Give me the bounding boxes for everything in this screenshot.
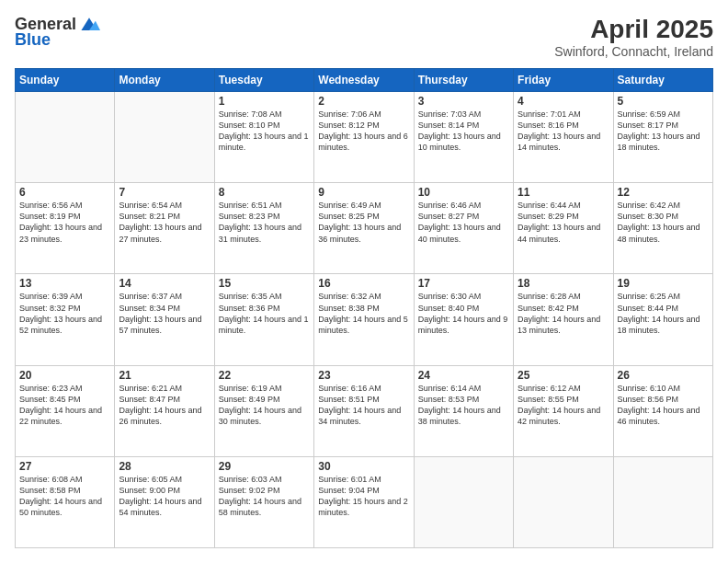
day-info: Sunrise: 6:49 AM Sunset: 8:25 PM Dayligh… — [318, 200, 409, 245]
logo-blue: Blue — [15, 30, 51, 50]
day-info: Sunrise: 6:56 AM Sunset: 8:19 PM Dayligh… — [19, 200, 110, 245]
calendar-week-4: 27Sunrise: 6:08 AM Sunset: 8:58 PM Dayli… — [16, 456, 713, 547]
day-number: 7 — [119, 186, 210, 199]
table-row: 21Sunrise: 6:21 AM Sunset: 8:47 PM Dayli… — [115, 365, 214, 456]
table-row — [514, 456, 613, 547]
table-row: 25Sunrise: 6:12 AM Sunset: 8:55 PM Dayli… — [514, 365, 613, 456]
day-info: Sunrise: 6:28 AM Sunset: 8:42 PM Dayligh… — [518, 291, 609, 336]
day-info: Sunrise: 6:16 AM Sunset: 8:51 PM Dayligh… — [318, 383, 409, 428]
day-number: 28 — [119, 460, 210, 473]
day-number: 26 — [618, 369, 709, 382]
day-number: 8 — [219, 186, 310, 199]
day-number: 15 — [219, 277, 310, 290]
day-number: 10 — [418, 186, 509, 199]
table-row: 15Sunrise: 6:35 AM Sunset: 8:36 PM Dayli… — [214, 274, 313, 365]
col-wednesday: Wednesday — [314, 69, 414, 92]
day-number: 21 — [119, 369, 210, 382]
day-number: 4 — [518, 95, 609, 108]
col-thursday: Thursday — [414, 69, 513, 92]
table-row: 11Sunrise: 6:44 AM Sunset: 8:29 PM Dayli… — [514, 183, 613, 274]
day-info: Sunrise: 6:51 AM Sunset: 8:23 PM Dayligh… — [219, 200, 310, 245]
table-row: 16Sunrise: 6:32 AM Sunset: 8:38 PM Dayli… — [314, 274, 414, 365]
col-sunday: Sunday — [16, 69, 115, 92]
table-row: 29Sunrise: 6:03 AM Sunset: 9:02 PM Dayli… — [214, 456, 313, 547]
table-row: 28Sunrise: 6:05 AM Sunset: 9:00 PM Dayli… — [115, 456, 214, 547]
title-block: April 2025 Swinford, Connacht, Ireland — [554, 15, 713, 59]
table-row: 26Sunrise: 6:10 AM Sunset: 8:56 PM Dayli… — [613, 365, 712, 456]
day-number: 1 — [219, 95, 310, 108]
day-number: 3 — [418, 95, 509, 108]
day-number: 9 — [318, 186, 409, 199]
day-info: Sunrise: 6:32 AM Sunset: 8:38 PM Dayligh… — [318, 291, 409, 336]
table-row: 23Sunrise: 6:16 AM Sunset: 8:51 PM Dayli… — [314, 365, 414, 456]
table-row: 27Sunrise: 6:08 AM Sunset: 8:58 PM Dayli… — [16, 456, 115, 547]
day-number: 30 — [318, 460, 409, 473]
title-location: Swinford, Connacht, Ireland — [554, 44, 713, 59]
table-row: 22Sunrise: 6:19 AM Sunset: 8:49 PM Dayli… — [214, 365, 313, 456]
day-info: Sunrise: 6:46 AM Sunset: 8:27 PM Dayligh… — [418, 200, 509, 245]
day-number: 6 — [19, 186, 110, 199]
header: General Blue April 2025 Swinford, Connac… — [15, 15, 713, 59]
day-info: Sunrise: 6:01 AM Sunset: 9:04 PM Dayligh… — [318, 474, 409, 519]
day-number: 27 — [19, 460, 110, 473]
col-saturday: Saturday — [613, 69, 712, 92]
table-row — [115, 92, 214, 183]
day-info: Sunrise: 6:39 AM Sunset: 8:32 PM Dayligh… — [19, 291, 110, 336]
day-info: Sunrise: 6:03 AM Sunset: 9:02 PM Dayligh… — [219, 474, 310, 519]
day-number: 18 — [518, 277, 609, 290]
day-number: 11 — [518, 186, 609, 199]
table-row: 17Sunrise: 6:30 AM Sunset: 8:40 PM Dayli… — [414, 274, 513, 365]
day-number: 25 — [518, 369, 609, 382]
day-number: 12 — [618, 186, 709, 199]
page: General Blue April 2025 Swinford, Connac… — [0, 0, 728, 563]
day-info: Sunrise: 6:23 AM Sunset: 8:45 PM Dayligh… — [19, 383, 110, 428]
table-row: 5Sunrise: 6:59 AM Sunset: 8:17 PM Daylig… — [613, 92, 712, 183]
day-info: Sunrise: 6:25 AM Sunset: 8:44 PM Dayligh… — [618, 291, 709, 336]
day-number: 17 — [418, 277, 509, 290]
calendar-week-0: 1Sunrise: 7:08 AM Sunset: 8:10 PM Daylig… — [16, 92, 713, 183]
day-number: 29 — [219, 460, 310, 473]
day-info: Sunrise: 6:21 AM Sunset: 8:47 PM Dayligh… — [119, 383, 210, 428]
table-row: 4Sunrise: 7:01 AM Sunset: 8:16 PM Daylig… — [514, 92, 613, 183]
day-info: Sunrise: 6:59 AM Sunset: 8:17 PM Dayligh… — [618, 109, 709, 154]
table-row — [613, 456, 712, 547]
day-info: Sunrise: 6:14 AM Sunset: 8:53 PM Dayligh… — [418, 383, 509, 428]
day-info: Sunrise: 6:10 AM Sunset: 8:56 PM Dayligh… — [618, 383, 709, 428]
table-row: 12Sunrise: 6:42 AM Sunset: 8:30 PM Dayli… — [613, 183, 712, 274]
day-number: 2 — [318, 95, 409, 108]
day-info: Sunrise: 6:35 AM Sunset: 8:36 PM Dayligh… — [219, 291, 310, 336]
table-row: 13Sunrise: 6:39 AM Sunset: 8:32 PM Dayli… — [16, 274, 115, 365]
table-row: 8Sunrise: 6:51 AM Sunset: 8:23 PM Daylig… — [214, 183, 313, 274]
day-info: Sunrise: 6:12 AM Sunset: 8:55 PM Dayligh… — [518, 383, 609, 428]
day-info: Sunrise: 6:44 AM Sunset: 8:29 PM Dayligh… — [518, 200, 609, 245]
table-row: 6Sunrise: 6:56 AM Sunset: 8:19 PM Daylig… — [16, 183, 115, 274]
table-row: 14Sunrise: 6:37 AM Sunset: 8:34 PM Dayli… — [115, 274, 214, 365]
day-number: 24 — [418, 369, 509, 382]
table-row — [414, 456, 513, 547]
col-friday: Friday — [514, 69, 613, 92]
col-monday: Monday — [115, 69, 214, 92]
calendar-week-1: 6Sunrise: 6:56 AM Sunset: 8:19 PM Daylig… — [16, 183, 713, 274]
table-row: 9Sunrise: 6:49 AM Sunset: 8:25 PM Daylig… — [314, 183, 414, 274]
day-info: Sunrise: 6:05 AM Sunset: 9:00 PM Dayligh… — [119, 474, 210, 519]
table-row: 10Sunrise: 6:46 AM Sunset: 8:27 PM Dayli… — [414, 183, 513, 274]
day-number: 23 — [318, 369, 409, 382]
day-info: Sunrise: 7:08 AM Sunset: 8:10 PM Dayligh… — [219, 109, 310, 154]
title-month: April 2025 — [554, 15, 713, 44]
day-info: Sunrise: 7:01 AM Sunset: 8:16 PM Dayligh… — [518, 109, 609, 154]
day-info: Sunrise: 6:54 AM Sunset: 8:21 PM Dayligh… — [119, 200, 210, 245]
day-info: Sunrise: 7:06 AM Sunset: 8:12 PM Dayligh… — [318, 109, 409, 154]
day-info: Sunrise: 6:42 AM Sunset: 8:30 PM Dayligh… — [618, 200, 709, 245]
day-number: 13 — [19, 277, 110, 290]
day-info: Sunrise: 6:37 AM Sunset: 8:34 PM Dayligh… — [119, 291, 210, 336]
table-row: 24Sunrise: 6:14 AM Sunset: 8:53 PM Dayli… — [414, 365, 513, 456]
day-info: Sunrise: 6:08 AM Sunset: 8:58 PM Dayligh… — [19, 474, 110, 519]
table-row: 20Sunrise: 6:23 AM Sunset: 8:45 PM Dayli… — [16, 365, 115, 456]
table-row: 7Sunrise: 6:54 AM Sunset: 8:21 PM Daylig… — [115, 183, 214, 274]
calendar-table: Sunday Monday Tuesday Wednesday Thursday… — [15, 68, 713, 548]
day-number: 16 — [318, 277, 409, 290]
day-number: 20 — [19, 369, 110, 382]
table-row: 3Sunrise: 7:03 AM Sunset: 8:14 PM Daylig… — [414, 92, 513, 183]
day-info: Sunrise: 7:03 AM Sunset: 8:14 PM Dayligh… — [418, 109, 509, 154]
day-number: 22 — [219, 369, 310, 382]
